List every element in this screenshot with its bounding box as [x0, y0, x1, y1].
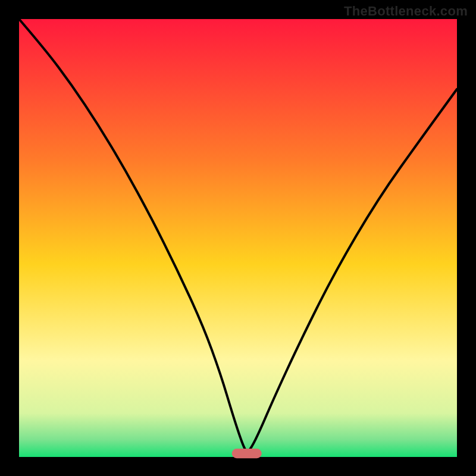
plot-area	[19, 19, 457, 457]
optimal-marker	[232, 449, 262, 458]
chart-stage: { "watermark": "TheBottleneck.com", "col…	[0, 0, 476, 476]
watermark-text: TheBottleneck.com	[344, 4, 468, 19]
bottleneck-chart	[0, 0, 476, 476]
